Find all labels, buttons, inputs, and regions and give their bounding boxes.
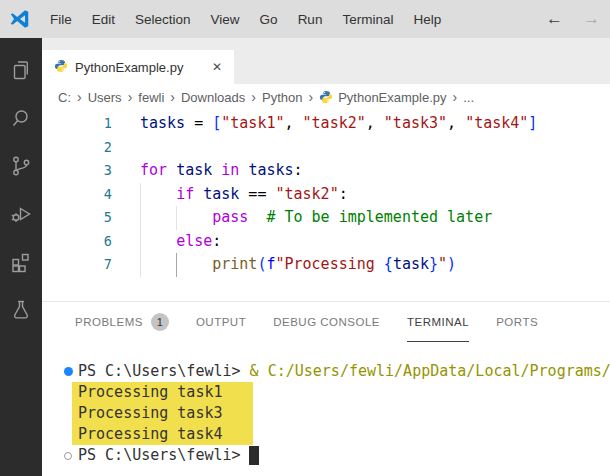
tab-label: PythonExample.py <box>75 60 203 75</box>
extensions-icon[interactable] <box>0 238 42 286</box>
breadcrumb-item-label: Users <box>88 90 122 105</box>
breadcrumb-item-label: Python <box>262 90 302 105</box>
navigate-back-icon[interactable]: ← <box>546 9 563 29</box>
terminal[interactable]: PS C:\Users\fewli> & C:/Users/fewli/AppD… <box>42 342 610 476</box>
panel-tab-label: TERMINAL <box>407 316 469 328</box>
panel-tab-label: DEBUG CONSOLE <box>273 316 380 328</box>
breadcrumb-item-label: C: <box>58 90 71 105</box>
menu-run[interactable]: Run <box>288 12 333 27</box>
code-line[interactable]: 1tasks = ["task1", "task2", "task3", "ta… <box>42 112 610 136</box>
chevron-right-icon: › <box>308 89 313 105</box>
line-number: 4 <box>42 183 140 207</box>
code-text: for task in tasks: <box>140 159 303 183</box>
close-icon[interactable]: ✕ <box>210 60 224 74</box>
chevron-right-icon: › <box>128 89 133 105</box>
chevron-right-icon: › <box>170 89 175 105</box>
breadcrumb-item[interactable]: Python <box>262 90 302 105</box>
breadcrumb: C:›Users›fewli›Downloads›Python› PythonE… <box>42 84 610 110</box>
terminal-cursor <box>249 446 259 465</box>
panel-tab-ports[interactable]: PORTS <box>496 302 538 342</box>
breadcrumb-item-label: ... <box>463 90 474 105</box>
code-lines: 1tasks = ["task1", "task2", "task3", "ta… <box>42 112 610 277</box>
code-line[interactable]: 3for task in tasks: <box>42 159 610 183</box>
panel-tab-label: OUTPUT <box>196 316 246 328</box>
code-line[interactable]: 4 if task == "task2": <box>42 183 610 207</box>
menu-help[interactable]: Help <box>403 12 451 27</box>
panel-tab-terminal[interactable]: TERMINAL <box>407 302 469 342</box>
code-line[interactable]: 7 print(f"Processing {task}") <box>42 253 610 277</box>
menu-view[interactable]: View <box>201 12 250 27</box>
line-number: 5 <box>42 206 140 230</box>
highlighted-output: Processing task4 <box>72 424 253 445</box>
python-file-icon-slot <box>54 59 68 76</box>
line-number: 2 <box>42 136 140 160</box>
breadcrumb-item-label: fewli <box>138 90 164 105</box>
terminal-line: Processing task1 <box>64 382 610 403</box>
activity-bar <box>0 38 42 476</box>
panel-tab-output[interactable]: OUTPUT <box>196 302 246 342</box>
breadcrumb-item[interactable]: ... <box>463 90 474 105</box>
chevron-right-icon: › <box>453 89 458 105</box>
code-line[interactable]: 2 <box>42 136 610 160</box>
breadcrumb-item[interactable]: fewli <box>138 90 164 105</box>
menu-bar: FileEditSelectionViewGoRunTerminalHelp <box>40 12 451 27</box>
menu-terminal[interactable]: Terminal <box>332 12 403 27</box>
explorer-icon[interactable] <box>0 46 42 94</box>
menu-selection[interactable]: Selection <box>125 12 201 27</box>
command-success-decoration-icon <box>64 367 73 376</box>
problems-count-badge: 1 <box>151 313 169 331</box>
menu-edit[interactable]: Edit <box>82 12 125 27</box>
chevron-right-icon: › <box>77 89 82 105</box>
line-number: 6 <box>42 230 140 254</box>
code-line[interactable]: 6 else: <box>42 230 610 254</box>
highlighted-output: Processing task1 <box>72 382 253 403</box>
search-icon[interactable] <box>0 94 42 142</box>
code-text: else: <box>140 230 221 254</box>
navigate-forward-icon: → <box>583 9 600 29</box>
bottom-panel: PROBLEMS1OUTPUTDEBUG CONSOLETERMINALPORT… <box>42 302 610 476</box>
code-text: tasks = ["task1", "task2", "task3", "tas… <box>140 112 537 136</box>
breadcrumb-item[interactable]: C: <box>58 90 71 105</box>
tab-bar: PythonExample.py ✕ <box>42 38 610 84</box>
panel-tab-debug-console[interactable]: DEBUG CONSOLE <box>273 302 380 342</box>
panel-tab-problems[interactable]: PROBLEMS1 <box>75 302 169 342</box>
terminal-line: PS C:\Users\fewli> <box>64 445 610 466</box>
menu-go[interactable]: Go <box>250 12 288 27</box>
breadcrumb-item[interactable]: Downloads <box>181 90 245 105</box>
terminal-line: Processing task3 <box>64 403 610 424</box>
code-text: if task == "task2": <box>140 183 348 207</box>
highlighted-output: Processing task3 <box>72 403 253 424</box>
source-control-icon[interactable] <box>0 142 42 190</box>
python-file-icon <box>319 90 333 104</box>
breadcrumb-item[interactable]: PythonExample.py <box>319 90 446 105</box>
panel-tab-label: PORTS <box>496 316 538 328</box>
terminal-line: PS C:\Users\fewli> & C:/Users/fewli/AppD… <box>64 361 610 382</box>
code-editor[interactable]: 1tasks = ["task1", "task2", "task3", "ta… <box>42 110 610 302</box>
command-prompt-decoration-icon <box>64 452 72 460</box>
breadcrumb-item-label: Downloads <box>181 90 245 105</box>
chevron-right-icon: › <box>251 89 256 105</box>
line-number: 3 <box>42 159 140 183</box>
panel-tabs: PROBLEMS1OUTPUTDEBUG CONSOLETERMINALPORT… <box>42 302 610 342</box>
panel-tab-label: PROBLEMS <box>75 316 143 328</box>
menu-file[interactable]: File <box>40 12 82 27</box>
terminal-output: PS C:\Users\fewli> & C:/Users/fewli/AppD… <box>64 361 610 466</box>
run-and-debug-icon[interactable] <box>0 190 42 238</box>
code-text: print(f"Processing {task}") <box>140 253 456 277</box>
code-line[interactable]: 5 pass # To be implemented later <box>42 206 610 230</box>
vscode-logo-icon <box>0 8 40 30</box>
title-bar: FileEditSelectionViewGoRunTerminalHelp ←… <box>0 0 610 38</box>
testing-icon[interactable] <box>0 286 42 334</box>
breadcrumb-item[interactable]: Users <box>88 90 122 105</box>
terminal-line: Processing task4 <box>64 424 610 445</box>
line-number: 1 <box>42 112 140 136</box>
line-number: 7 <box>42 253 140 277</box>
tab-pythonexample[interactable]: PythonExample.py ✕ <box>42 50 234 84</box>
python-file-icon <box>54 59 68 73</box>
code-text: pass # To be implemented later <box>140 206 492 230</box>
breadcrumb-item-label: PythonExample.py <box>338 90 446 105</box>
